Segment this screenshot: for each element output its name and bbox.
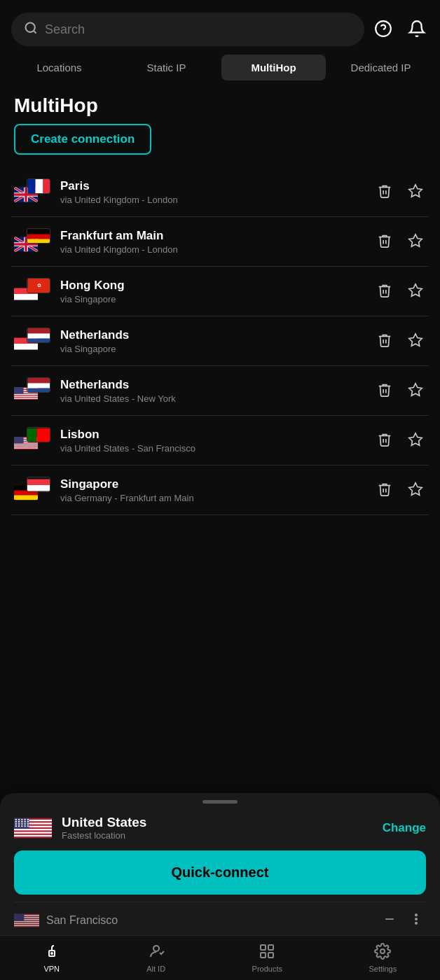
delete-button[interactable] [374,479,395,502]
delete-button[interactable] [374,379,395,402]
svg-rect-15 [14,294,38,300]
favorite-button[interactable] [405,379,426,402]
item-actions [374,280,426,303]
svg-point-71 [27,820,29,822]
connection-info-lisbon: Lisbon via United States - San Francisco [60,428,366,454]
connection-list: Paris via United Kingdom - London [0,167,440,515]
svg-rect-88 [14,925,39,925]
svg-rect-42 [14,445,38,446]
svg-rect-59 [14,832,52,833]
svg-rect-44 [14,437,24,444]
svg-point-73 [18,822,20,824]
svg-point-101 [380,949,385,953]
svg-rect-87 [14,923,39,923]
favorite-button[interactable] [405,429,426,452]
tab-locations[interactable]: Locations [7,55,111,80]
svg-rect-22 [28,333,51,338]
delete-button[interactable] [374,429,395,452]
connection-info-nl-us: Netherlands via United States - New York [60,378,366,404]
svg-rect-20 [14,344,38,350]
bottom-panel-handle[interactable] [202,800,238,804]
svg-point-77 [15,825,17,827]
favorite-button[interactable] [405,181,426,204]
tab-multihop[interactable]: MultiHop [221,55,326,80]
search-input[interactable] [45,22,352,37]
nav-item-products[interactable]: Products [241,939,294,977]
bottom-peeking-row: San Francisco [14,902,426,935]
create-connection-button[interactable]: Create connection [14,124,151,155]
delete-button[interactable] [374,181,395,204]
bottom-nav: VPN Alt ID Products [0,935,440,980]
favorite-button[interactable] [405,230,426,253]
quick-connect-button[interactable]: Quick-connect [14,850,426,895]
change-location-button[interactable]: Change [383,821,426,835]
svg-rect-31 [14,398,38,398]
bottom-panel: United States Fastest location Change Qu… [0,793,440,935]
tab-static-ip[interactable]: Static IP [114,55,219,80]
vpn-icon [43,943,60,962]
connection-item-singapore: Singapore via Germany - Frankfurt am Mai… [11,465,429,515]
flag-hk-front: ✿ [27,278,50,293]
svg-point-69 [21,820,22,822]
bottom-flag-us [14,816,52,841]
peeking-minus-button[interactable] [380,909,399,931]
delete-button[interactable] [374,230,395,253]
flag-nl-front [27,377,50,393]
item-actions [374,379,426,402]
tab-dedicated-ip[interactable]: Dedicated IP [329,55,433,80]
item-actions [374,181,426,204]
svg-rect-99 [261,953,266,958]
bottom-location-row: United States Fastest location Change [14,815,426,841]
svg-rect-30 [14,396,38,396]
svg-rect-21 [28,328,51,333]
svg-rect-7 [43,179,51,194]
nav-item-altid[interactable]: Alt ID [135,939,177,977]
delete-button[interactable] [374,280,395,303]
favorite-button[interactable] [405,330,426,353]
favorite-button[interactable] [405,479,426,502]
connection-name: Paris [60,179,366,193]
notification-button[interactable] [405,17,429,43]
svg-point-81 [27,825,29,827]
connection-info-paris: Paris via United Kingdom - London [60,179,366,205]
connection-item-hongkong: ✿ Hong Kong via Singapore [11,267,429,316]
flag-sg-front [27,477,50,492]
svg-rect-86 [14,920,39,921]
svg-point-0 [26,23,35,32]
connection-via: via Singapore [60,294,366,304]
connection-info-nl-sg: Netherlands via Singapore [60,328,366,354]
peeking-more-button[interactable] [406,909,426,931]
bottom-location-sub: Fastest location [62,830,373,841]
item-actions [374,230,426,253]
help-button[interactable] [371,17,395,43]
connection-item-nl-us: Netherlands via United States - New York [11,366,429,416]
flag-pair-nl-us [14,377,52,404]
nav-item-vpn[interactable]: VPN [32,939,71,977]
item-actions [374,429,426,452]
nav-item-settings[interactable]: Settings [357,939,408,977]
svg-line-1 [34,31,36,34]
svg-rect-58 [14,829,52,830]
search-input-wrap[interactable] [11,13,364,46]
flag-pair-singapore [14,477,52,503]
search-bar [0,0,440,55]
svg-point-78 [18,825,20,827]
svg-point-91 [415,914,418,916]
svg-rect-43 [14,447,38,448]
svg-rect-51 [27,479,50,486]
nav-label-altid: Alt ID [146,965,165,973]
favorite-button[interactable] [405,280,426,303]
delete-button[interactable] [374,330,395,353]
connection-item-nl-sg: Netherlands via Singapore [11,316,429,366]
svg-point-95 [51,953,53,954]
svg-point-72 [15,822,17,824]
svg-rect-52 [27,485,50,491]
svg-point-68 [18,820,20,822]
connection-item-paris: Paris via United Kingdom - London [11,167,429,217]
nav-label-vpn: VPN [43,965,60,973]
connection-item-frankfurt: Frankfurt am Main via United Kingdom - L… [11,217,429,267]
svg-rect-5 [28,179,36,194]
connection-name: Lisbon [60,428,366,442]
svg-point-92 [415,918,418,920]
connection-name: Netherlands [60,378,366,392]
